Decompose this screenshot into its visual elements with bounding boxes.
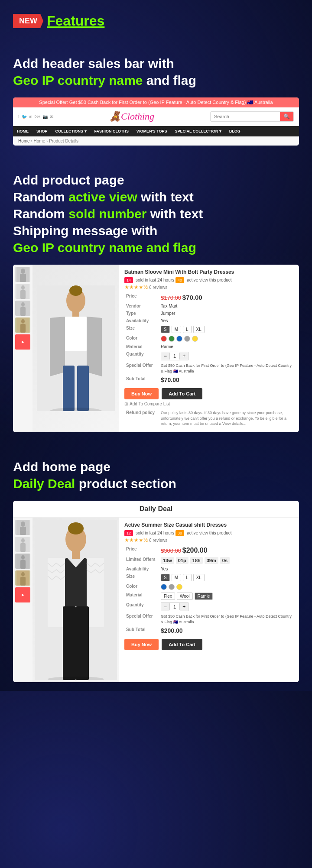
deal-material-flex[interactable]: Flex bbox=[161, 593, 175, 600]
deal-add-to-cart-button[interactable]: Add To Cart bbox=[162, 639, 202, 650]
features-title: Features bbox=[47, 13, 104, 29]
sale-price: $70.00 bbox=[182, 294, 202, 301]
deal-size-m[interactable]: M bbox=[172, 574, 181, 581]
nav-home[interactable]: HOME bbox=[13, 126, 32, 136]
color-red[interactable] bbox=[161, 336, 167, 342]
svg-point-32 bbox=[21, 572, 25, 577]
deal-material-wool[interactable]: Wool bbox=[177, 593, 193, 600]
deal-sale-price: $200.00 bbox=[182, 547, 208, 554]
nav-collections[interactable]: COLLECTIONS ▾ bbox=[52, 126, 91, 136]
thumb-2[interactable] bbox=[15, 284, 30, 299]
deal-product-title: Active Summer Size Casual shift Dresses bbox=[124, 522, 294, 528]
nav-fashion[interactable]: FASHION CLOTHS bbox=[91, 126, 133, 136]
thumb-4[interactable] bbox=[15, 317, 30, 333]
deal-size-s[interactable]: S bbox=[161, 574, 170, 581]
deal-availability-value: Yes bbox=[159, 565, 294, 573]
deal-thumb-2[interactable] bbox=[15, 537, 30, 552]
size-m[interactable]: M bbox=[172, 326, 181, 333]
svg-rect-30 bbox=[20, 560, 26, 569]
deal-details-table: Price $300.00 $200.00 Limited Offers 13w… bbox=[124, 545, 294, 635]
nav-womens[interactable]: WOMEN'S TOPS bbox=[133, 126, 171, 136]
search-bar[interactable]: 🔍 bbox=[210, 111, 294, 122]
size-options: S M L XL bbox=[159, 324, 294, 334]
countdown-minutes: 39m bbox=[205, 557, 218, 564]
svg-rect-5 bbox=[20, 290, 26, 299]
deal-color-blue[interactable] bbox=[161, 584, 167, 590]
color-gray[interactable] bbox=[184, 336, 190, 342]
daily-deal-title: Daily Deal bbox=[13, 501, 299, 518]
svg-rect-11 bbox=[20, 324, 26, 333]
sold-badge: 14 bbox=[124, 277, 133, 283]
active-text: active view this product bbox=[187, 278, 231, 282]
svg-rect-41 bbox=[63, 606, 76, 680]
nav-blog[interactable]: BLOG bbox=[225, 126, 244, 136]
availability-value: Yes bbox=[159, 317, 294, 324]
qty-plus[interactable]: + bbox=[180, 352, 188, 360]
deal-size-xl[interactable]: XL bbox=[193, 574, 205, 581]
size-xl[interactable]: XL bbox=[193, 326, 205, 333]
deal-qty-minus[interactable]: − bbox=[161, 603, 169, 611]
nav-shop[interactable]: SHOP bbox=[32, 126, 52, 136]
compare-link[interactable]: ⊞ Add To Compare List bbox=[124, 402, 294, 406]
sales-bar-heading: Add header sales bar with Geo IP country… bbox=[13, 55, 299, 89]
refund-label: Refund policy bbox=[124, 409, 159, 428]
deal-color-yellow[interactable] bbox=[176, 584, 182, 590]
linkedin-icon: in bbox=[29, 114, 32, 119]
svg-rect-37 bbox=[72, 549, 80, 559]
svg-rect-20 bbox=[77, 366, 89, 411]
deal-quantity-control: − 1 + bbox=[159, 601, 294, 612]
refund-text: Our policy lasts 30 days. If 30 days hav… bbox=[159, 409, 294, 428]
countdown-days: 01p bbox=[176, 557, 188, 564]
svg-rect-19 bbox=[63, 366, 75, 411]
deal-material-ramie[interactable]: Ramie bbox=[195, 593, 213, 600]
sales-bar-browser-mock: Special Offer: Get $50 Cash Back for Fir… bbox=[13, 97, 299, 146]
color-blue[interactable] bbox=[176, 336, 182, 342]
deal-price-label: Price bbox=[124, 545, 159, 556]
size-s[interactable]: S bbox=[161, 326, 170, 333]
daily-deal-section: Add home page Daily Deal product section… bbox=[0, 445, 312, 691]
countdown-hours: 18h bbox=[190, 557, 203, 564]
deal-size-l[interactable]: L bbox=[183, 574, 192, 581]
sold-text: sold in last 24 hours bbox=[136, 278, 174, 282]
deal-limited-label: Limited Offers bbox=[124, 556, 159, 565]
shop-header: f 🐦 in G+ 📷 ✉ 🧸Clothing 🔍 bbox=[13, 107, 299, 126]
qty-minus[interactable]: − bbox=[161, 352, 169, 360]
size-l[interactable]: L bbox=[183, 326, 192, 333]
shop-navigation: HOME SHOP COLLECTIONS ▾ FASHION CLOTHS W… bbox=[13, 126, 299, 136]
deal-qty-plus[interactable]: + bbox=[180, 603, 188, 611]
thumb-video[interactable]: ▶ bbox=[15, 334, 30, 350]
nav-special[interactable]: SPECIAL COLLECTION ▾ bbox=[171, 126, 225, 136]
svg-point-36 bbox=[68, 522, 84, 534]
deal-thumb-3[interactable] bbox=[15, 554, 30, 569]
svg-marker-18 bbox=[87, 317, 102, 376]
special-offer-text: Got $50 Cash Back for First Order to (Ge… bbox=[159, 362, 294, 375]
thumb-1[interactable] bbox=[15, 267, 30, 282]
color-yellow[interactable] bbox=[192, 336, 198, 342]
search-button[interactable]: 🔍 bbox=[280, 112, 293, 121]
deal-color-gray[interactable] bbox=[169, 584, 175, 590]
add-to-cart-button[interactable]: Add To Cart bbox=[162, 388, 202, 399]
deal-special-text: Got $50 Cash Back for First Order to (Ge… bbox=[159, 612, 294, 626]
deal-color-label: Color bbox=[124, 583, 159, 591]
svg-rect-39 bbox=[48, 558, 65, 627]
deal-thumb-1[interactable] bbox=[15, 520, 30, 535]
deal-thumb-video[interactable]: ▶ bbox=[15, 587, 30, 602]
breadcrumb-home[interactable]: Home bbox=[18, 139, 30, 143]
thumb-3[interactable] bbox=[15, 301, 30, 316]
search-input[interactable] bbox=[211, 112, 280, 121]
material-value: Ramie bbox=[159, 343, 294, 350]
deal-active-badge: 38 bbox=[176, 530, 184, 536]
deal-quantity-label: Quantity bbox=[124, 601, 159, 612]
deal-thumb-4[interactable] bbox=[15, 570, 30, 586]
svg-point-1 bbox=[21, 269, 25, 274]
color-swatches bbox=[159, 334, 294, 343]
product-stars: ★★★★½ bbox=[124, 284, 148, 290]
color-green[interactable] bbox=[169, 336, 175, 342]
deal-reviews: 6 reviews bbox=[149, 538, 167, 543]
color-label: Color bbox=[124, 334, 159, 343]
deal-buy-now-button[interactable]: Buy Now bbox=[124, 639, 159, 650]
svg-point-26 bbox=[21, 538, 25, 543]
instagram-icon: 📷 bbox=[42, 114, 48, 119]
buy-now-button[interactable]: Buy Now bbox=[124, 388, 159, 399]
deal-size-options: S M L XL bbox=[159, 573, 294, 583]
